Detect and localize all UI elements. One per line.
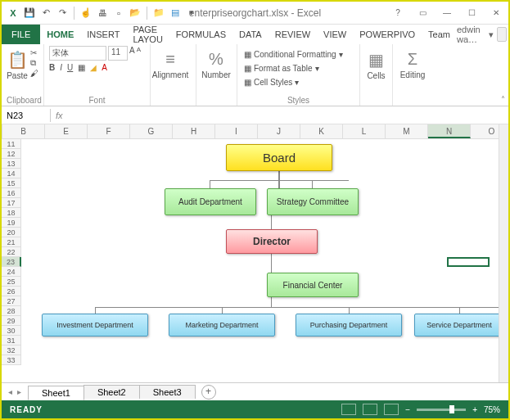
grow-font-icon[interactable]: A (129, 46, 135, 61)
alignment-button[interactable]: ≡Alignment (156, 46, 185, 79)
format-table-button[interactable]: ▦Format as Table▾ (242, 63, 345, 74)
close-icon[interactable]: ✕ (484, 3, 508, 23)
org-node-purchasing[interactable]: Purchasing Department (296, 314, 402, 336)
org-node-service[interactable]: Service Department (414, 314, 504, 336)
open-icon[interactable]: 📂 (129, 7, 142, 20)
sheet-tab[interactable]: Sheet3 (139, 385, 196, 399)
save-icon[interactable]: 💾 (23, 7, 36, 20)
file-tab[interactable]: FILE (2, 25, 40, 44)
column-header[interactable]: E (45, 124, 88, 138)
row-header[interactable]: 18 (2, 208, 21, 218)
column-header[interactable]: J (258, 124, 300, 138)
editing-button[interactable]: ΣEditing (398, 46, 427, 79)
column-header[interactable]: H (173, 124, 215, 138)
org-node-financial[interactable]: Financial Center (267, 273, 359, 297)
row-header[interactable]: 33 (2, 355, 21, 365)
sheet-nav[interactable]: ◂▸ (2, 387, 28, 396)
font-size-select[interactable]: 11 (108, 46, 128, 61)
row-header[interactable]: 17 (2, 198, 21, 208)
maximize-icon[interactable]: ☐ (459, 3, 484, 23)
row-header[interactable]: 23 (2, 257, 21, 267)
folder-icon[interactable]: 📁 (152, 7, 165, 20)
row-header[interactable]: 21 (2, 237, 21, 247)
row-header[interactable]: 12 (2, 149, 21, 159)
column-header[interactable]: L (343, 124, 386, 138)
column-header[interactable]: N (428, 124, 471, 138)
org-node-director[interactable]: Director (226, 229, 318, 254)
page-layout-view-icon[interactable] (363, 404, 377, 415)
conditional-formatting-button[interactable]: ▦Conditional Formatting▾ (242, 49, 345, 60)
page-break-view-icon[interactable] (384, 404, 399, 415)
copy-icon[interactable]: ⧉ (30, 58, 38, 68)
underline-button[interactable]: U (67, 63, 73, 72)
format-painter-icon[interactable]: 🖌 (30, 69, 38, 78)
cell-styles-button[interactable]: ▦Cell Styles▾ (242, 77, 345, 88)
row-header[interactable]: 32 (2, 345, 21, 355)
tab-insert[interactable]: INSERT (80, 25, 126, 43)
new-icon[interactable]: ▫ (112, 7, 125, 20)
tab-formulas[interactable]: FORMULAS (169, 25, 232, 43)
column-header[interactable]: K (300, 124, 343, 138)
row-header[interactable]: 14 (2, 169, 21, 178)
undo-icon[interactable]: ↶ (39, 7, 52, 20)
excel-icon[interactable]: X (7, 7, 20, 20)
row-header[interactable]: 26 (2, 287, 21, 296)
minimize-icon[interactable]: — (435, 3, 459, 23)
number-button[interactable]: %Number (201, 46, 231, 79)
row-header[interactable]: 31 (2, 336, 21, 345)
sheet-tab[interactable]: Sheet2 (83, 385, 140, 399)
row-header[interactable]: 13 (2, 159, 21, 169)
palette-icon[interactable]: ▤ (169, 7, 182, 20)
row-header[interactable]: 25 (2, 277, 21, 287)
org-node-board[interactable]: Board (226, 144, 332, 171)
column-header[interactable]: G (130, 124, 173, 138)
fx-icon[interactable]: fx (51, 111, 68, 120)
column-header[interactable]: I (215, 124, 258, 138)
tab-data[interactable]: DATA (232, 25, 269, 43)
tab-team[interactable]: Team (422, 25, 457, 43)
org-node-audit[interactable]: Audit Department (165, 188, 256, 215)
tab-review[interactable]: REVIEW (269, 25, 317, 43)
sheet-tab[interactable]: Sheet1 (28, 386, 84, 400)
row-header[interactable]: 11 (2, 139, 21, 149)
org-node-marketing[interactable]: Marketing Department (169, 314, 275, 336)
shrink-font-icon[interactable]: A (137, 46, 141, 61)
row-header[interactable]: 22 (2, 247, 21, 257)
name-box[interactable]: N23 (2, 109, 51, 122)
row-header[interactable]: 20 (2, 228, 21, 237)
italic-button[interactable]: I (60, 63, 62, 72)
cells-button[interactable]: ▦Cells (365, 46, 387, 80)
zoom-level[interactable]: 75% (484, 405, 500, 414)
bold-button[interactable]: B (49, 63, 55, 72)
print-icon[interactable]: 🖶 (96, 7, 109, 20)
row-header[interactable]: 16 (2, 188, 21, 198)
collapse-ribbon-icon[interactable]: ˄ (501, 95, 505, 104)
user-area[interactable]: edwin wa… ▾ (457, 25, 510, 44)
row-header[interactable]: 15 (2, 178, 21, 188)
row-header[interactable]: 29 (2, 316, 21, 326)
help-icon[interactable]: ? (386, 3, 410, 23)
touch-icon[interactable]: ☝ (79, 7, 93, 20)
row-header[interactable]: 30 (2, 326, 21, 336)
row-header[interactable]: 24 (2, 267, 21, 277)
formula-bar[interactable] (68, 114, 508, 117)
zoom-out-button[interactable]: − (405, 405, 410, 414)
fill-color-icon[interactable]: ◢ (90, 63, 97, 72)
tab-powerpivot[interactable]: POWERPIVO (353, 25, 422, 43)
font-name-select[interactable]: 宋体 (49, 46, 106, 61)
column-header[interactable]: B (2, 124, 45, 138)
zoom-slider[interactable] (417, 409, 466, 411)
border-icon[interactable]: ▦ (78, 63, 85, 72)
canvas[interactable]: BoardAudit DepartmentStrategy CommitteeD… (21, 139, 508, 385)
normal-view-icon[interactable] (341, 404, 356, 415)
vertical-scrollbar[interactable] (499, 124, 508, 385)
tab-view[interactable]: VIEW (317, 25, 353, 43)
org-node-strategy[interactable]: Strategy Committee (267, 188, 359, 215)
ribbon-options-icon[interactable]: ▭ (410, 3, 435, 23)
row-header[interactable]: 19 (2, 218, 21, 228)
row-header[interactable]: 27 (2, 296, 21, 306)
org-node-invest[interactable]: Investment Department (42, 314, 148, 336)
zoom-in-button[interactable]: + (472, 405, 477, 414)
add-sheet-button[interactable]: + (201, 385, 216, 400)
column-header[interactable]: M (386, 124, 428, 138)
